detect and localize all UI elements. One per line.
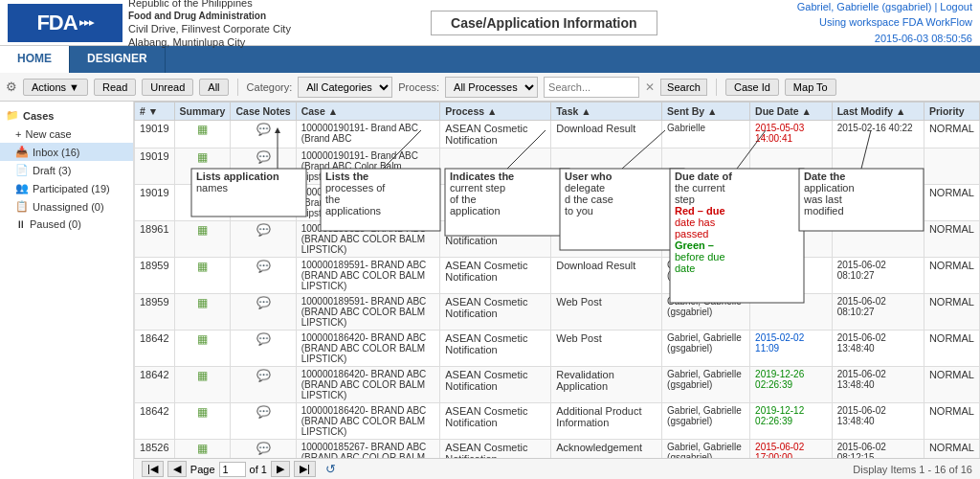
table-wrapper[interactable]: # ▼ Summary Case Notes Case ▲ Process ▲ … [134, 102, 980, 458]
row-sentby: Gabriel, Gabrielle (gsgabriel) [662, 331, 750, 367]
row-lastmod: 2015-02-16 40:22 [832, 121, 924, 148]
sidebar-item-newcase[interactable]: + New case [0, 125, 133, 143]
table-row[interactable]: 19019 ▦ 💬 100000190191- Brand ABC (Brand… [135, 121, 980, 148]
casenotes-icon: 💬 [256, 260, 271, 273]
row-priority: NORMAL [924, 440, 979, 459]
row-summary: ▦ [174, 367, 231, 403]
table-row[interactable]: 18959 ▦ 💬 100000189591- BRAND ABC (BRAND… [135, 294, 980, 331]
casenotes-icon: 💬 [256, 150, 271, 164]
col-header-sentby[interactable]: Sent By ▲ [662, 103, 750, 121]
newcase-label: New case [25, 128, 71, 140]
pagination: |◀ ◀ Page of 1 ▶ ▶| ↺ [142, 461, 336, 477]
page-next-btn[interactable]: ▶ [271, 461, 290, 477]
col-header-case[interactable]: Case ▲ [296, 103, 440, 121]
refresh-icon[interactable]: ↺ [325, 462, 336, 476]
table-row[interactable]: 18642 ▦ 💬 100000186420- BRAND ABC (BRAND… [135, 403, 980, 440]
row-task [551, 185, 662, 221]
process-select[interactable]: All Processes [445, 77, 538, 98]
col-header-summary: Summary [174, 103, 231, 121]
page-first-btn[interactable]: |◀ [142, 461, 164, 477]
col-header-task[interactable]: Task ▲ [551, 103, 662, 121]
row-lastmod: 2015-06-02 08:10:27 [832, 294, 924, 331]
read-button[interactable]: Read [94, 79, 136, 96]
row-task: Additional Product Information [551, 403, 662, 440]
sidebar-item-unassigned[interactable]: 📋 Unassigned (0) [0, 197, 133, 216]
row-sentby [662, 185, 750, 221]
casenotes-icon: 💬 [256, 405, 271, 419]
table-row[interactable]: 18642 ▦ 💬 100000186420- BRAND ABC (BRAND… [135, 367, 980, 403]
row-priority: NORMAL [924, 367, 979, 403]
nav-bar: HOME DESIGNER [0, 46, 980, 73]
row-lastmod: 2015-06-02 13:48:40 [832, 331, 924, 367]
page-label: Page [190, 464, 215, 475]
page-input[interactable] [219, 462, 246, 477]
mapto-button[interactable]: Map To [785, 79, 836, 96]
row-casenotes: 💬 [231, 403, 296, 440]
sidebar-item-participated[interactable]: 👥 Participated (19) [0, 179, 133, 197]
sidebar-item-draft[interactable]: 📄 Draft (3) [0, 161, 133, 179]
row-case: 100000189591- BRAND ABC (BRAND ABC COLOR… [296, 294, 440, 331]
col-header-duedate[interactable]: Due Date ▲ [750, 103, 833, 121]
casenotes-icon: 💬 [256, 223, 271, 237]
row-priority: NORMAL [924, 185, 979, 221]
row-process: ASEAN Cosmetic Notification [440, 403, 551, 440]
row-duedate [750, 148, 833, 185]
table-row[interactable]: 19019 ▦ 💬 100000190191- Brand ABC (Brand… [135, 185, 980, 221]
row-summary: ▦ [174, 331, 231, 367]
summary-icon: ▦ [197, 260, 208, 273]
nav-home[interactable]: HOME [0, 46, 70, 73]
row-duedate: 2015-05-03 14:00:41 [750, 121, 833, 148]
search-input[interactable] [544, 77, 639, 98]
search-clear-icon[interactable]: ✕ [645, 80, 655, 94]
summary-icon: ▦ [197, 332, 208, 346]
row-sentby: Gabriel, Gabrielle (gsgabriel) [662, 440, 750, 459]
row-case: 100000186420- BRAND ABC (BRAND ABC COLOR… [296, 403, 440, 440]
row-task: Revalidation Application [551, 367, 662, 403]
page-last-btn[interactable]: ▶| [294, 461, 316, 477]
row-casenotes: 💬 [231, 331, 296, 367]
row-task [551, 148, 662, 185]
nav-designer[interactable]: DESIGNER [70, 46, 166, 73]
actions-button[interactable]: Actions ▼ [23, 79, 88, 96]
caseid-button[interactable]: Case Id [725, 79, 779, 96]
participated-label: Participated (19) [33, 183, 110, 194]
toolbar-separator-1 [237, 79, 238, 96]
row-duedate: 2015-02-02 11:09 [750, 331, 833, 367]
paused-label: Paused (0) [30, 218, 81, 230]
row-duedate [750, 258, 833, 294]
row-casenotes: 💬 [231, 440, 296, 459]
row-casenotes: 💬 [231, 221, 296, 258]
search-button[interactable]: Search [660, 79, 707, 96]
col-header-process[interactable]: Process ▲ [440, 103, 551, 121]
row-case: 100000189618- BRAND ABC (BRAND ABC COLOR… [296, 221, 440, 258]
casenotes-icon: 💬 [256, 369, 271, 382]
table-row[interactable]: 19019 ▦ 💬 100000190191- Brand ABC (Brand… [135, 148, 980, 185]
page-prev-btn[interactable]: ◀ [167, 461, 187, 477]
row-duedate [750, 185, 833, 221]
table-row[interactable]: 18642 ▦ 💬 100000186420- BRAND ABC (BRAND… [135, 331, 980, 367]
col-header-num[interactable]: # ▼ [135, 103, 175, 121]
row-lastmod [832, 148, 924, 185]
row-num: 19019 [135, 185, 175, 221]
sidebar-item-paused[interactable]: ⏸ Paused (0) [0, 216, 133, 233]
row-duedate [750, 294, 833, 331]
row-task: Download Result [551, 258, 662, 294]
sidebar-item-inbox[interactable]: 📥 Inbox (16) [0, 143, 133, 161]
row-task [551, 221, 662, 258]
row-case: 100000190191- Brand ABC (Brand ABC Color… [296, 185, 440, 221]
table-row[interactable]: 18526 ▦ 💬 100000185267- BRAND ABC (BRAND… [135, 440, 980, 459]
inbox-label: Inbox (16) [33, 147, 80, 158]
table-footer: |◀ ◀ Page of 1 ▶ ▶| ↺ Display Items 1 - … [134, 458, 980, 479]
row-lastmod: 2015-06-02 13:48:40 [832, 367, 924, 403]
cases-icon: 📁 [6, 109, 19, 122]
row-lastmod: 2015-06-02 08:12:15 [832, 440, 924, 459]
unread-button[interactable]: Unread [142, 79, 193, 96]
category-label: Category: [247, 81, 293, 93]
row-case: 100000186420- BRAND ABC (BRAND ABC COLOR… [296, 331, 440, 367]
table-row[interactable]: 18959 ▦ 💬 100000189591- BRAND ABC (BRAND… [135, 258, 980, 294]
table-row[interactable]: 18961 ▦ 💬 100000189618- BRAND ABC (BRAND… [135, 221, 980, 258]
col-header-lastmod[interactable]: Last Modify ▲ [832, 103, 924, 121]
all-button[interactable]: All [199, 79, 228, 96]
paused-icon: ⏸ [15, 218, 26, 230]
category-select[interactable]: All Categories [298, 77, 392, 98]
